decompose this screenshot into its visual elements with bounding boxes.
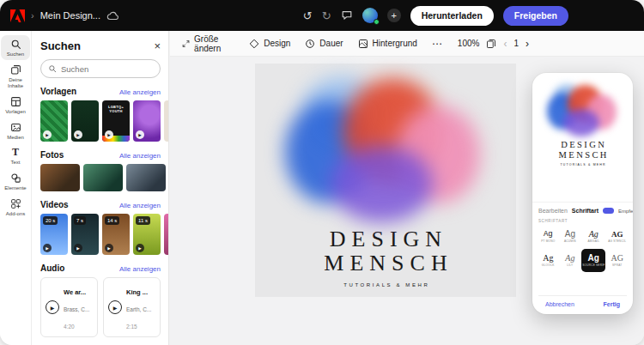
font-option[interactable]: Ag PT Mono (538, 226, 558, 247)
rail-item-media[interactable]: Medien (1, 118, 30, 143)
font-option[interactable]: AG AG Stencil (607, 226, 627, 247)
font-option[interactable]: Ag Acumin (561, 226, 580, 247)
comment-icon[interactable] (341, 9, 353, 21)
diamond-icon (249, 39, 259, 49)
audio-cards: ▶ We ar... Brass, C... 4:20 ▶ King ... E… (40, 277, 161, 337)
play-icon[interactable]: ▶ (108, 300, 122, 314)
video-thumb[interactable] (164, 214, 169, 255)
play-icon: ▶ (105, 244, 113, 252)
rail-item-search[interactable]: Suchen (1, 35, 30, 60)
document-title[interactable]: Mein Design... (40, 10, 100, 21)
rail-item-addons[interactable]: Add-ons (1, 195, 30, 220)
rail-item-elements[interactable]: Elemente (1, 169, 30, 194)
section-photos-label: Fotos (40, 150, 64, 160)
more-options-icon[interactable]: ⋯ (432, 38, 443, 50)
video-thumb[interactable]: 7 s ▶ (71, 214, 99, 255)
duration-badge: 7 s (74, 216, 86, 225)
mobile-preview: DESIGN MENSCH TUTORIALS & MEHR Bearbeite… (532, 73, 633, 314)
template-thumb[interactable]: ▶ (40, 100, 68, 142)
video-thumb[interactable]: 11 s ▶ (133, 214, 161, 255)
template-tiles: ▶ ▶ LGBTQ+ YOUTH ▶ ▶ Mensch (40, 100, 161, 142)
undo-icon[interactable]: ↺ (303, 10, 313, 21)
tab-edit[interactable]: Bearbeiten (538, 208, 568, 214)
design-title-text[interactable]: DESIGN MENSCH (318, 227, 453, 275)
play-icon[interactable]: ▶ (46, 300, 59, 314)
adobe-logo-icon[interactable] (10, 9, 25, 22)
templates-show-all-link[interactable]: Alle anzeigen (119, 88, 161, 96)
font-option[interactable]: Ag Gloock (538, 250, 558, 271)
audio-card[interactable]: ▶ King ... Earth, C... 2:15 (103, 277, 161, 337)
gradient-blob-graphic[interactable] (295, 76, 477, 224)
photo-thumb[interactable] (40, 164, 80, 191)
video-thumb[interactable]: 14 s ▶ (102, 214, 130, 255)
photos-show-all-link[interactable]: Alle anzeigen (119, 152, 161, 160)
video-tiles: 20 s ▶ 7 s ▶ 14 s ▶ 11 s ▶ (40, 214, 161, 255)
duration-badge: 20 s (43, 216, 58, 225)
template-thumb[interactable]: ▶ (71, 100, 99, 142)
font-option[interactable]: Ag Lily (561, 250, 580, 271)
done-button[interactable]: Fertig (604, 301, 620, 307)
photo-thumb[interactable] (83, 164, 123, 191)
video-thumb[interactable]: 20 s ▶ (40, 214, 68, 255)
zoom-page-controls: 100% ‹ 1 › (458, 38, 529, 50)
search-icon (48, 64, 57, 73)
prev-page-icon[interactable]: ‹ (503, 38, 507, 50)
rail-item-your-content[interactable]: Deine Inhalte (1, 61, 30, 92)
template-thumb[interactable]: Mensch (164, 100, 169, 142)
font-option[interactable]: AG Sprat (607, 250, 627, 271)
cancel-button[interactable]: Abbrechen (545, 301, 574, 307)
template-thumb[interactable]: LGBTQ+ YOUTH ▶ (102, 100, 130, 142)
search-icon (10, 39, 21, 50)
zoom-level[interactable]: 100% (458, 39, 480, 48)
design-subtitle-text: TUTORIALS & MEHR (559, 163, 606, 166)
design-button[interactable]: Design (249, 39, 290, 49)
tab-font[interactable]: Schriftart (572, 208, 598, 214)
design-subtitle-text[interactable]: TUTORIALS & MEHR (342, 282, 430, 288)
audio-card[interactable]: ▶ We ar... Brass, C... 4:20 (40, 277, 98, 337)
download-button[interactable]: Herunterladen (410, 6, 494, 26)
close-icon[interactable]: × (154, 40, 161, 51)
template-icon (10, 96, 21, 107)
addons-icon (10, 198, 21, 209)
font-grid: Ag PT Mono Ag Acumin Ag Abigail AG AG St… (538, 226, 627, 271)
files-icon (10, 64, 21, 76)
image-icon (10, 122, 21, 133)
videos-show-all-link[interactable]: Alle anzeigen (119, 202, 161, 209)
rail-item-text[interactable]: T Text (1, 143, 30, 168)
play-icon: ▶ (74, 130, 82, 139)
play-icon: ▶ (136, 244, 144, 252)
pages-icon[interactable] (486, 39, 496, 49)
top-bar: › Mein Design... ↺ ↻ + Herunterladen Fre… (0, 0, 644, 31)
plus-icon[interactable]: + (387, 9, 401, 22)
play-icon: ▶ (43, 244, 52, 252)
search-panel: Suchen × Vorlagen Alle anzeigen ▶ ▶ LGBT… (32, 31, 169, 345)
user-avatar[interactable] (362, 8, 378, 23)
play-icon: ▶ (136, 130, 144, 139)
play-icon: ▶ (74, 244, 82, 252)
font-section-label: SCHRIFTART (538, 219, 627, 223)
next-page-icon[interactable]: › (526, 38, 529, 50)
audio-show-all-link[interactable]: Alle anzeigen (119, 265, 161, 273)
photo-tiles (40, 164, 161, 191)
text-icon: T (12, 147, 19, 158)
app-window: › Mein Design... ↺ ↻ + Herunterladen Fre… (0, 0, 644, 345)
section-templates-label: Vorlagen (40, 87, 76, 96)
panel-title: Suchen (40, 39, 81, 52)
font-option-selected[interactable]: Ag Source Serif (582, 250, 605, 271)
recommendations-badge[interactable] (603, 208, 614, 214)
design-title-text: DESIGN MENSCH (556, 140, 609, 160)
template-thumb[interactable]: ▶ (133, 100, 161, 142)
redo-icon[interactable]: ↻ (322, 10, 331, 21)
resize-button[interactable]: Größe ändern (182, 34, 234, 53)
duration-badge: 14 s (105, 216, 119, 225)
play-icon: ▶ (105, 130, 113, 139)
play-icon: ▶ (43, 130, 52, 139)
search-input[interactable] (61, 64, 153, 74)
share-button[interactable]: Freigeben (503, 6, 568, 26)
background-button[interactable]: Hintergrund (358, 39, 417, 49)
photo-thumb[interactable] (126, 164, 166, 191)
rail-item-templates[interactable]: Vorlagen (1, 93, 30, 118)
artboard[interactable]: DESIGN MENSCH TUTORIALS & MEHR (255, 64, 516, 297)
duration-button[interactable]: Dauer (305, 39, 343, 49)
font-option[interactable]: Ag Abigail (582, 226, 605, 247)
